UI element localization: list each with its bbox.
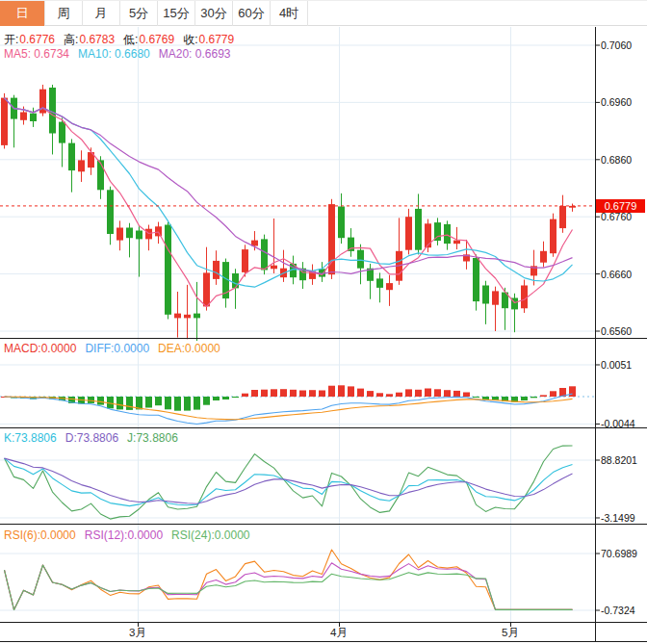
price-tick-0.6760: 0.6760 [601, 211, 632, 222]
borders-layer [0, 27, 647, 642]
price-tick-0.6660: 0.6660 [601, 269, 632, 280]
kdj-tick--3.1499: -3.1499 [601, 512, 635, 524]
trading-chart-app: 日周月5分15分30分60分4时 开:0.6776高:0.6783低:0.676… [0, 0, 647, 644]
candles-layer [1, 85, 576, 341]
price-tick-0.6860: 0.6860 [601, 154, 632, 166]
price-tick-0.6960: 0.6960 [601, 96, 632, 108]
kdj-layer [5, 446, 573, 519]
macd-layer [0, 385, 595, 424]
macd-tick--0.0044: -0.0044 [601, 418, 635, 429]
x-tick-5月: 5月 [502, 626, 519, 640]
price-tick-0.7060: 0.7060 [601, 39, 632, 51]
rsi-tick-70.6989: 70.6989 [601, 548, 637, 559]
rsi-layer [5, 550, 573, 609]
chart-canvas[interactable] [0, 1, 647, 644]
rsi-tick--0.7324: -0.7324 [601, 605, 635, 616]
price-tick-0.6560: 0.6560 [601, 325, 632, 337]
gridlines-layer [0, 27, 595, 622]
x-tick-3月: 3月 [129, 626, 146, 640]
kdj-tick-88.8201: 88.8201 [601, 454, 637, 466]
macd-tick-0.0051: 0.0051 [601, 359, 632, 371]
current-price-badge: 0.6779 [596, 199, 645, 213]
x-tick-4月: 4月 [330, 626, 348, 640]
ma-lines-layer [5, 98, 573, 307]
